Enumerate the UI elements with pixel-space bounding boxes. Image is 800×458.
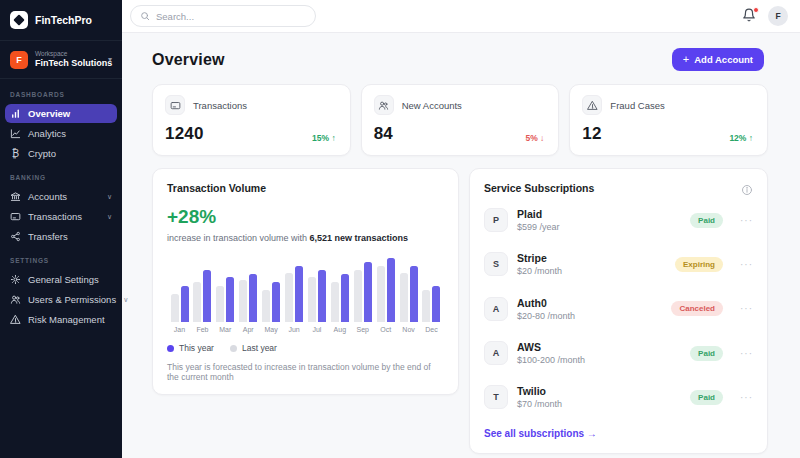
- see-all-subscriptions-link[interactable]: See all subscriptions →: [484, 428, 597, 439]
- this-year-bar: [226, 277, 234, 322]
- sidebar-item-crypto[interactable]: ₿Crypto: [5, 144, 117, 163]
- bar-pair: [354, 258, 372, 322]
- sidebar-nav: DASHBOARDSOverviewAnalytics₿CryptoBANKIN…: [0, 79, 122, 338]
- search-box[interactable]: [130, 5, 316, 27]
- last-year-bar: [262, 290, 270, 322]
- sidebar-item-accounts[interactable]: Accounts∨: [5, 187, 117, 206]
- volume-subtitle-bold: 6,521 new transactions: [310, 233, 409, 243]
- month-label: Jan: [174, 326, 185, 333]
- legend-item-last-year: Last year: [230, 343, 277, 353]
- chevron-down-icon: ▾: [108, 56, 112, 64]
- stat-value: 84: [374, 124, 547, 144]
- plus-icon: +: [683, 54, 689, 65]
- search-icon: [140, 11, 150, 21]
- more-options-icon[interactable]: ···: [740, 392, 753, 403]
- service-initial-avatar: A: [484, 297, 508, 321]
- service-price: $70 /month: [517, 398, 681, 410]
- legend-label: This year: [179, 343, 214, 353]
- month-label: May: [265, 326, 278, 333]
- volume-highlight: +28%: [167, 206, 444, 228]
- chart-month-may: May: [261, 258, 282, 333]
- this-year-bar: [387, 258, 395, 322]
- service-info: AWS$100-200 /month: [517, 340, 681, 366]
- stat-label: Fraud Cases: [610, 100, 664, 111]
- main-area: F Overview + Add Account Transactions124…: [122, 0, 800, 458]
- this-year-bar: [249, 274, 257, 322]
- stat-label: Transactions: [193, 100, 247, 111]
- month-label: Oct: [380, 326, 391, 333]
- more-options-icon[interactable]: ···: [740, 215, 753, 226]
- status-badge: Canceled: [671, 301, 723, 316]
- search-input[interactable]: [156, 11, 306, 22]
- sidebar-item-label: General Settings: [28, 274, 112, 285]
- sidebar-item-analytics[interactable]: Analytics: [5, 124, 117, 143]
- this-year-bar: [203, 270, 211, 322]
- page-title: Overview: [152, 51, 225, 69]
- transaction-volume-card: Transaction Volume +28% increase in tran…: [152, 168, 459, 395]
- legend-dot: [167, 345, 174, 352]
- subscriptions-header: Service Subscriptions: [484, 182, 753, 194]
- add-account-button[interactable]: + Add Account: [672, 48, 764, 71]
- bar-pair: [239, 258, 257, 322]
- last-year-bar: [422, 290, 430, 322]
- more-options-icon[interactable]: ···: [740, 259, 753, 270]
- month-label: Dec: [425, 326, 437, 333]
- volume-subtitle-prefix: increase in transaction volume with: [167, 233, 310, 243]
- service-initial-avatar: T: [484, 385, 508, 409]
- users-icon: [374, 95, 394, 115]
- this-year-bar: [410, 266, 418, 322]
- workspace-avatar: F: [10, 51, 28, 69]
- chart-month-nov: Nov: [398, 258, 419, 333]
- service-name: Auth0: [517, 296, 662, 310]
- sidebar-item-transfers[interactable]: Transfers: [5, 227, 117, 246]
- sidebar-item-label: Risk Management: [28, 314, 112, 325]
- service-subscriptions-card: Service Subscriptions PPlaid$599 /yearPa…: [469, 168, 768, 454]
- month-label: Apr: [243, 326, 254, 333]
- chart-month-jul: Jul: [306, 258, 327, 333]
- this-year-bar: [341, 274, 349, 322]
- info-icon[interactable]: [741, 182, 753, 194]
- month-label: Mar: [219, 326, 231, 333]
- stat-top: Transactions: [165, 95, 338, 115]
- last-year-bar: [193, 282, 201, 322]
- sidebar-item-general-settings[interactable]: General Settings: [5, 270, 117, 289]
- service-name: AWS: [517, 340, 681, 354]
- user-avatar[interactable]: F: [768, 6, 788, 26]
- stat-label: New Accounts: [402, 100, 462, 111]
- add-account-label: Add Account: [694, 54, 753, 65]
- bar-pair: [422, 258, 440, 322]
- sidebar-item-users-permissions[interactable]: Users & Permissions∨: [5, 290, 117, 309]
- workspace-label: Workspace: [35, 50, 101, 58]
- notification-dot: [753, 7, 759, 13]
- chart-month-aug: Aug: [329, 258, 350, 333]
- more-options-icon[interactable]: ···: [740, 348, 753, 359]
- sidebar-item-risk-management[interactable]: Risk Management: [5, 310, 117, 329]
- service-info: Stripe$20 /month: [517, 251, 666, 277]
- bar-pair: [193, 258, 211, 322]
- bar-chart-icon: [10, 108, 21, 119]
- more-options-icon[interactable]: ···: [740, 303, 753, 314]
- stat-trend: 5% ↓: [525, 133, 544, 143]
- legend-label: Last year: [242, 343, 277, 353]
- service-price: $20 /month: [517, 265, 666, 277]
- sidebar-item-label: Transactions: [28, 211, 100, 222]
- month-label: Aug: [334, 326, 346, 333]
- stat-card-new-accounts: New Accounts845% ↓: [361, 84, 560, 156]
- service-initial-avatar: S: [484, 252, 508, 276]
- chart-legend: This yearLast year: [167, 343, 444, 353]
- topbar: F: [122, 0, 800, 33]
- workspace-switcher[interactable]: F Workspace FinTech Solutions ▾: [0, 41, 122, 79]
- bar-pair: [331, 258, 349, 322]
- sidebar-item-overview[interactable]: Overview: [5, 104, 117, 123]
- workspace-text: Workspace FinTech Solutions: [35, 50, 101, 69]
- notifications-bell-icon[interactable]: [742, 8, 758, 24]
- last-year-bar: [354, 270, 362, 322]
- brand: FinTechPro: [0, 0, 122, 41]
- sidebar-item-transactions[interactable]: Transactions∨: [5, 207, 117, 226]
- stat-card-transactions: Transactions124015% ↑: [152, 84, 351, 156]
- chevron-down-icon: ∨: [107, 213, 112, 221]
- bar-pair: [262, 258, 280, 322]
- subscription-row-auth0: AAuth0$20-80 /monthCanceled···: [484, 287, 753, 331]
- chart-month-apr: Apr: [238, 258, 259, 333]
- page-header: Overview + Add Account: [152, 48, 764, 71]
